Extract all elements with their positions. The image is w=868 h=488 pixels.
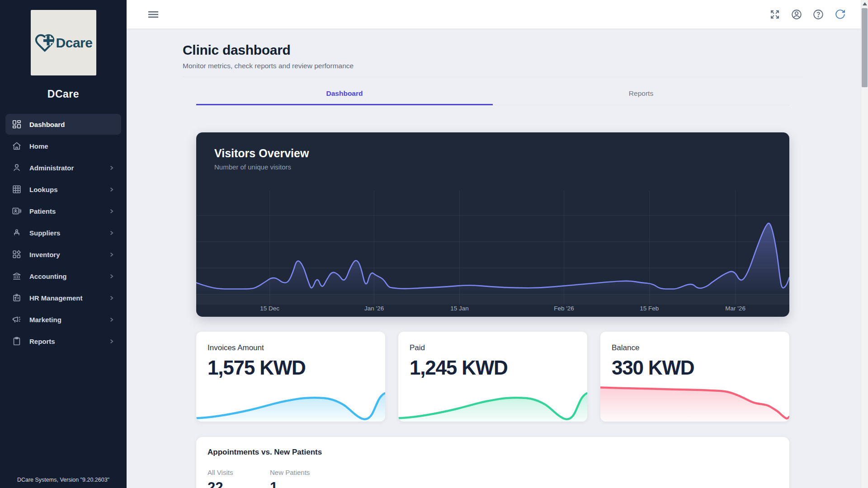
invoices-amount-card[interactable]: Invoices Amount 1,575 KWD (196, 332, 385, 422)
sidebar-item-reports[interactable]: Reports (5, 331, 121, 352)
user-account-button[interactable] (789, 7, 804, 22)
sidebar-menu: Dashboard Home Administrator (0, 114, 127, 352)
heart-plus-logo-icon (34, 33, 55, 53)
help-button[interactable] (811, 7, 826, 22)
main-area: Clinic dashboard Monitor metrics, check … (127, 0, 861, 488)
sidebar-item-label: Suppliers (29, 229, 100, 237)
sidebar-item-label: Home (29, 142, 115, 150)
tab-dashboard[interactable]: Dashboard (196, 83, 493, 105)
stat-card-value: 330 KWD (612, 357, 789, 379)
app-version-text: DCare Systems, Version "9.20.2603" (0, 477, 127, 483)
chevron-right-icon (108, 164, 115, 171)
stat-card-label: Invoices Amount (208, 343, 385, 352)
person-icon (12, 163, 22, 173)
tab-reports[interactable]: Reports (493, 83, 789, 105)
metric-value: 1 (270, 479, 332, 488)
refresh-button[interactable] (833, 7, 847, 22)
paid-sparkline-chart (398, 380, 587, 422)
topbar-actions (768, 7, 847, 22)
appointments-card-title: Appointments vs. New Patients (208, 448, 778, 457)
x-axis-tick-label: Jan '26 (364, 305, 384, 312)
badge-icon (12, 293, 22, 303)
sidebar-item-inventory[interactable]: Inventory (5, 244, 121, 265)
x-axis-tick-label: 15 Dec (260, 305, 279, 312)
sidebar-item-label: Inventory (29, 251, 100, 258)
chevron-right-icon (108, 316, 115, 323)
home-icon (12, 141, 22, 151)
visitors-card-subtitle: Number of unique visitors (214, 163, 789, 171)
visitors-chart[interactable] (196, 191, 789, 305)
bank-icon (12, 271, 22, 281)
balance-sparkline-chart (600, 380, 789, 422)
scrollbar-thumb[interactable] (862, 8, 868, 87)
sidebar-item-label: Marketing (29, 316, 100, 324)
sidebar-item-lookups[interactable]: Lookups (5, 179, 121, 200)
sidebar-item-label: Administrator (29, 164, 100, 172)
balance-card[interactable]: Balance 330 KWD (600, 332, 789, 422)
dashboard-icon (12, 119, 22, 129)
sidebar-item-dashboard[interactable]: Dashboard (5, 114, 121, 135)
user-icon (791, 9, 802, 20)
page-title: Clinic dashboard (183, 42, 803, 58)
x-axis-tick-label: Mar '26 (725, 305, 745, 312)
fullscreen-button[interactable] (768, 7, 782, 22)
help-icon (812, 9, 824, 20)
chevron-right-icon (108, 273, 115, 280)
x-axis-tick-label: 15 Feb (640, 305, 659, 312)
sidebar-item-label: Reports (29, 338, 100, 345)
grid-icon (12, 184, 22, 194)
brand-name: DCare (0, 88, 127, 100)
stat-card-label: Paid (410, 343, 587, 352)
sidebar-item-label: Patients (29, 207, 100, 215)
sidebar-item-suppliers[interactable]: Suppliers (5, 222, 121, 243)
supplier-desk-icon (12, 228, 22, 238)
stat-card-row: Invoices Amount 1,575 KWD (196, 332, 789, 422)
sidebar-item-label: Accounting (29, 272, 100, 280)
clipboard-icon (12, 336, 22, 346)
sidebar-item-home[interactable]: Home (5, 136, 121, 156)
invoices-sparkline-chart (196, 380, 385, 422)
logo-wordmark: Dcare (56, 35, 93, 51)
sidebar-item-patients[interactable]: Patients (5, 201, 121, 221)
hamburger-menu-button[interactable] (146, 7, 160, 22)
app-logo: Dcare (31, 10, 96, 75)
x-axis-labels: 15 DecJan '2615 JanFeb '2615 FebMar '26 (196, 305, 789, 317)
refresh-icon (835, 9, 846, 20)
inventory-icon (12, 249, 22, 259)
chevron-right-icon (108, 251, 115, 258)
sidebar-item-hr-management[interactable]: HR Management (5, 287, 121, 308)
sidebar-item-label: HR Management (29, 294, 100, 302)
visitors-card-title: Visitors Overview (214, 147, 789, 160)
x-axis-tick-label: 15 Jan (450, 305, 469, 312)
metric-label: New Patients (270, 469, 332, 476)
hamburger-icon (148, 9, 159, 20)
chevron-right-icon (108, 295, 115, 301)
sidebar-item-marketing[interactable]: Marketing (5, 309, 121, 330)
stat-card-value: 1,245 KWD (410, 357, 587, 379)
visitors-overview-card: Visitors Overview Number of unique visit… (196, 132, 789, 317)
paid-card[interactable]: Paid 1,245 KWD (398, 332, 587, 422)
new-patients-metric: New Patients 1 (270, 469, 332, 488)
page-subtitle: Monitor metrics, check reports and revie… (183, 62, 803, 70)
id-card-icon (12, 206, 22, 216)
metric-value: 22 (208, 479, 270, 488)
appointments-metrics: All Visits 22 New Patients 1 (208, 469, 778, 488)
chevron-right-icon (108, 338, 115, 345)
sidebar-item-administrator[interactable]: Administrator (5, 157, 121, 178)
sidebar-item-accounting[interactable]: Accounting (5, 266, 121, 286)
topbar (127, 0, 861, 29)
sidebar-item-label: Lookups (29, 186, 100, 193)
x-axis-tick-label: Feb '26 (554, 305, 574, 312)
scrollbar-up-arrow[interactable] (863, 2, 867, 5)
tab-bar: Dashboard Reports (196, 83, 789, 105)
header-divider (183, 77, 803, 77)
stat-card-label: Balance (612, 343, 789, 352)
sidebar-item-label: Dashboard (29, 121, 115, 128)
visitors-chart-svg (196, 191, 789, 305)
all-visits-metric: All Visits 22 (208, 469, 270, 488)
chevron-right-icon (108, 208, 115, 215)
page-content: Clinic dashboard Monitor metrics, check … (127, 29, 861, 488)
vertical-scrollbar[interactable] (861, 0, 868, 488)
chevron-right-icon (108, 230, 115, 236)
megaphone-icon (12, 314, 22, 324)
